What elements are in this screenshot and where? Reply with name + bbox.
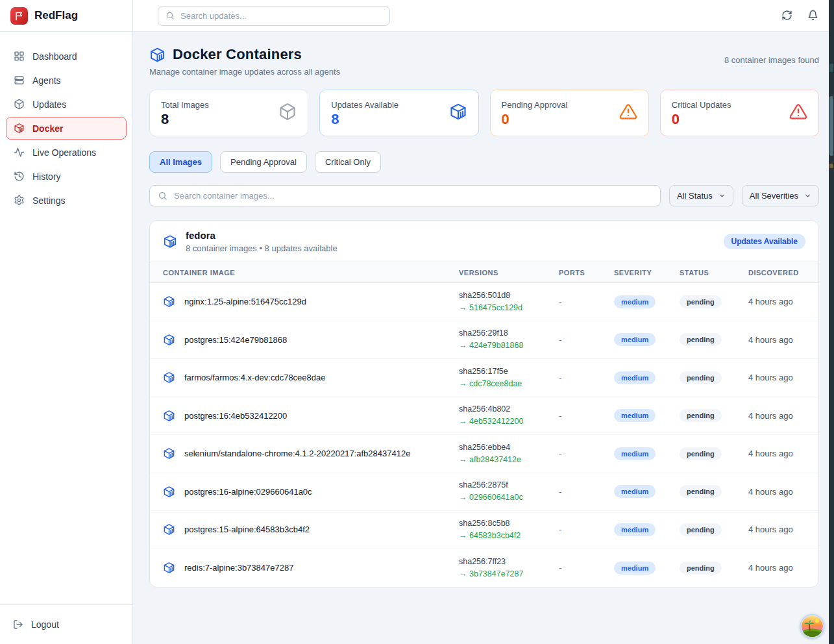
sidebar-footer: Logout	[0, 604, 132, 644]
column-header: PORTS	[559, 269, 614, 277]
discovered-cell: 4 hours ago	[748, 297, 805, 306]
sidebar-item-updates[interactable]: Updates	[6, 93, 127, 116]
docker-cube-icon	[163, 562, 175, 574]
discovered-cell: 4 hours ago	[748, 563, 805, 573]
status-badge: pending	[680, 447, 722, 460]
sidebar-item-settings[interactable]: Settings	[6, 189, 127, 212]
package-icon	[14, 99, 25, 110]
activity-pulse-icon	[14, 147, 25, 158]
container-image-name: postgres:15:424e79b81868	[184, 335, 287, 345]
bell-icon	[807, 10, 818, 21]
container-image-cell: postgres:15:424e79b81868	[163, 334, 459, 346]
table-row[interactable]: postgres:15:424e79b81868 sha256:29f18 → …	[150, 321, 818, 360]
docker-cube-icon	[163, 410, 175, 422]
severity-select[interactable]: All Severities	[742, 185, 819, 206]
tab-critical-only[interactable]: Critical Only	[315, 151, 381, 173]
severity-badge: medium	[614, 523, 656, 536]
filter-tabs: All Images Pending Approval Critical Onl…	[149, 151, 819, 173]
severity-badge: medium	[614, 333, 656, 346]
docker-cube-icon	[163, 334, 175, 346]
stat-label: Pending Approval	[502, 100, 568, 110]
brand-name: RedFlag	[34, 9, 78, 22]
island-badge-button[interactable]	[800, 614, 824, 638]
versions-cell: sha256:7ff23 → 3b73847e7287	[459, 556, 559, 580]
container-image-name: nginx:1.25-alpine:516475cc129d	[184, 297, 306, 306]
table-row[interactable]: nginx:1.25-alpine:516475cc129d sha256:50…	[150, 283, 818, 321]
sidebar-item-history[interactable]: History	[6, 165, 127, 188]
chevron-down-icon	[718, 192, 726, 199]
ports-cell: -	[559, 563, 614, 573]
versions-cell: sha256:4b802 → 4eb532412200	[459, 404, 559, 427]
new-version: → cdc78cee8dae	[459, 378, 559, 390]
discovered-cell: 4 hours ago	[748, 525, 805, 534]
docker-cube-icon	[163, 371, 175, 384]
table-row[interactable]: postgres:16:4eb532412200 sha256:4b802 → …	[150, 397, 818, 436]
warning-triangle-icon	[619, 103, 637, 123]
current-version: sha256:501d8	[459, 290, 559, 301]
table-row[interactable]: redis:7-alpine:3b73847e7287 sha256:7ff23…	[150, 549, 818, 588]
notifications-button[interactable]	[807, 10, 818, 21]
versions-cell: sha256:ebbe4 → afb28437412e	[459, 442, 559, 465]
stat-card-updates-available: Updates Available 8	[319, 90, 478, 136]
severity-badge: medium	[614, 371, 656, 384]
scrollbar-mark	[829, 64, 833, 72]
sidebar-item-agents[interactable]: Agents	[6, 69, 127, 92]
stat-card-total-images: Total Images 8	[149, 90, 308, 136]
current-version: sha256:7ff23	[459, 556, 559, 567]
scrollbar[interactable]	[829, 0, 834, 644]
history-clock-icon	[14, 171, 25, 182]
container-search[interactable]	[149, 185, 661, 206]
tab-pending-approval[interactable]: Pending Approval	[220, 151, 307, 173]
status-badge: pending	[680, 409, 722, 422]
refresh-button[interactable]	[781, 10, 792, 21]
container-image-name: postgres:15-alpine:64583b3cb4f2	[184, 525, 310, 534]
status-select[interactable]: All Status	[669, 185, 733, 206]
table-row[interactable]: postgres:15-alpine:64583b3cb4f2 sha256:8…	[150, 511, 818, 549]
main-area: Docker Containers Manage container image…	[133, 0, 834, 644]
table-row[interactable]: selenium/standalone-chrome:4.1.2-2022021…	[150, 435, 818, 473]
scrollbar-thumb[interactable]	[829, 96, 833, 156]
ports-cell: -	[559, 487, 614, 497]
stat-label: Updates Available	[331, 100, 399, 110]
stat-label: Total Images	[161, 100, 209, 110]
global-search[interactable]	[158, 6, 390, 26]
page-content: Docker Containers Manage container image…	[133, 32, 834, 644]
docker-cube-icon	[14, 123, 25, 134]
table-row[interactable]: farmos/farmos:4.x-dev:cdc78cee8dae sha25…	[150, 359, 818, 397]
topbar	[133, 0, 834, 32]
global-search-input[interactable]	[180, 11, 382, 21]
status-select-value: All Status	[677, 191, 713, 201]
container-image-cell: farmos/farmos:4.x-dev:cdc78cee8dae	[163, 371, 459, 384]
search-icon	[166, 11, 175, 20]
current-version: sha256:8c5b8	[459, 518, 559, 529]
versions-cell: sha256:8c5b8 → 64583b3cb4f2	[459, 518, 559, 541]
current-version: sha256:29f18	[459, 328, 559, 339]
ports-cell: -	[559, 411, 614, 421]
container-image-cell: postgres:16-alpine:029660641a0c	[163, 486, 459, 498]
docker-cube-icon	[163, 486, 175, 498]
page-header: Docker Containers Manage container image…	[149, 46, 819, 77]
brand: RedFlag	[0, 0, 132, 32]
logout-button[interactable]: Logout	[6, 614, 127, 635]
stat-value: 8	[331, 112, 399, 127]
new-version: → afb28437412e	[459, 454, 559, 465]
container-search-input[interactable]	[174, 191, 652, 201]
page-title: Docker Containers	[173, 46, 302, 63]
column-header: CONTAINER IMAGE	[163, 269, 459, 277]
tab-all-images[interactable]: All Images	[149, 151, 212, 173]
sidebar-item-label: Agents	[32, 75, 61, 86]
topbar-actions	[781, 10, 818, 21]
severity-badge: medium	[614, 562, 656, 575]
sidebar-item-docker[interactable]: Docker	[6, 117, 127, 140]
filter-row: All Status All Severities	[149, 185, 819, 206]
scrollbar-mark	[829, 164, 833, 168]
app-window: RedFlag Dashboard Agents Updates Docker …	[0, 0, 834, 644]
discovered-cell: 4 hours ago	[748, 487, 805, 497]
table-body: nginx:1.25-alpine:516475cc129d sha256:50…	[150, 283, 818, 587]
sidebar-item-dashboard[interactable]: Dashboard	[6, 45, 127, 68]
table-row[interactable]: postgres:16-alpine:029660641a0c sha256:2…	[150, 473, 818, 512]
gear-icon	[14, 195, 25, 206]
sidebar-item-live-operations[interactable]: Live Operations	[6, 141, 127, 164]
status-badge: pending	[680, 333, 722, 346]
redflag-logo-icon	[10, 7, 28, 25]
